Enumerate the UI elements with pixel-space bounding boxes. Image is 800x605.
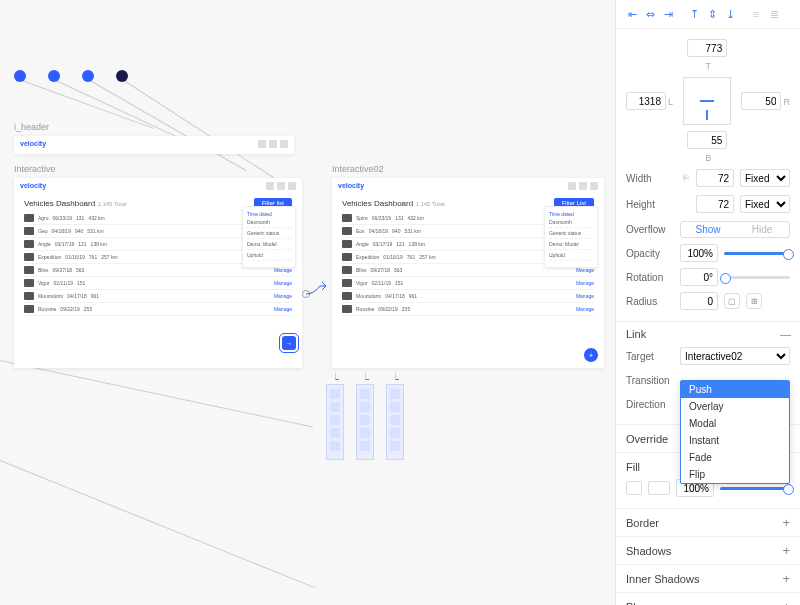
pos-bottom-input[interactable] <box>687 131 727 149</box>
radius-label: Radius <box>626 296 674 307</box>
align-top-icon[interactable]: ⤒ <box>686 6 702 22</box>
radius-individual-icon[interactable]: ⊞ <box>746 293 762 309</box>
inner-shadows-section-head[interactable]: Inner Shadows+ <box>626 571 790 586</box>
add-icon[interactable]: + <box>782 599 790 605</box>
transition-option-fade[interactable]: Fade <box>681 449 789 466</box>
align-bottom-icon[interactable]: ⤓ <box>722 6 738 22</box>
filter-panel: Time dated Dasmonth Generic status Demo:… <box>544 206 598 268</box>
connector-line <box>90 80 246 171</box>
align-toolbar: ⇤ ⇔ ⇥ ⤒ ⇕ ⤓ ≡ ≣ <box>616 0 800 29</box>
pos-left-input[interactable] <box>626 92 666 110</box>
rotation-slider[interactable] <box>724 276 790 279</box>
transition-label: Transition <box>626 375 674 386</box>
artboard-interactive02[interactable]: velocity Vehicles Dashboard 1,145 Total … <box>332 178 604 368</box>
artboard-label[interactable]: Interactive02 <box>332 164 384 174</box>
width-mode-select[interactable]: Fixed <box>740 169 790 187</box>
component-strip[interactable]: ⎿ <box>386 384 404 460</box>
radius-uniform-icon[interactable]: ▢ <box>724 293 740 309</box>
filter-panel: Time dated Dasmonth Generic status Demo:… <box>242 206 296 268</box>
overflow-toggle[interactable]: Show Hide <box>680 221 790 238</box>
link-section: Link— Target Interactive02 Transition Pu… <box>616 322 800 425</box>
artboard-header[interactable]: velocity <box>14 136 294 154</box>
transition-option-modal[interactable]: Modal <box>681 415 789 432</box>
add-icon[interactable]: + <box>782 515 790 530</box>
connector-line <box>0 460 315 588</box>
add-icon[interactable]: + <box>782 543 790 558</box>
header-icons <box>258 140 288 148</box>
align-center-h-icon[interactable]: ⇔ <box>642 6 658 22</box>
blur-section-head[interactable]: Blur+ <box>626 599 790 605</box>
fill-opacity-slider[interactable] <box>720 487 790 490</box>
distribute-v-icon[interactable]: ≣ <box>766 6 782 22</box>
overflow-label: Overflow <box>626 224 674 235</box>
target-select[interactable]: Interactive02 <box>680 347 790 365</box>
height-label: Height <box>626 199 674 210</box>
artboard-label[interactable]: Interactive <box>14 164 56 174</box>
rotation-label: Rotation <box>626 272 674 283</box>
collapse-icon[interactable]: — <box>780 328 790 340</box>
design-canvas[interactable]: i_header velocity Interactive velocity V… <box>0 0 615 605</box>
direction-label: Direction <box>626 399 674 410</box>
component-dot[interactable] <box>116 70 128 82</box>
position-section: T L R B Width ⎘ Fixed Height Fixed Overf… <box>616 29 800 322</box>
align-middle-icon[interactable]: ⇕ <box>704 6 720 22</box>
component-strip[interactable]: ⎿ <box>326 384 344 460</box>
rotation-input[interactable] <box>680 268 718 286</box>
opacity-slider[interactable] <box>724 252 790 255</box>
opacity-label: Opacity <box>626 248 674 259</box>
brand-logo: velocity <box>20 140 46 148</box>
width-label: Width <box>626 173 674 184</box>
lock-icon[interactable]: ⎘ <box>680 167 690 189</box>
width-input[interactable] <box>696 169 734 187</box>
fill-color-swatch[interactable] <box>648 481 670 495</box>
component-strip[interactable]: ⎿ <box>356 384 374 460</box>
shadows-section-head[interactable]: Shadows+ <box>626 543 790 558</box>
transition-option-overlay[interactable]: Overlay <box>681 398 789 415</box>
component-dot[interactable] <box>48 70 60 82</box>
transition-option-instant[interactable]: Instant <box>681 432 789 449</box>
add-icon[interactable]: + <box>782 571 790 586</box>
target-label: Target <box>626 351 674 362</box>
align-left-icon[interactable]: ⇤ <box>624 6 640 22</box>
border-section-head[interactable]: Border+ <box>626 515 790 530</box>
inspector-panel: ⇤ ⇔ ⇥ ⤒ ⇕ ⤓ ≡ ≣ T L R B Width ⎘ Fixed H <box>615 0 800 605</box>
transition-option-push[interactable]: Push <box>681 381 789 398</box>
align-right-icon[interactable]: ⇥ <box>660 6 676 22</box>
height-input[interactable] <box>696 195 734 213</box>
artboard-interactive[interactable]: velocity Vehicles Dashboard 1,145 Total … <box>14 178 302 368</box>
height-mode-select[interactable]: Fixed <box>740 195 790 213</box>
pos-right-input[interactable] <box>741 92 781 110</box>
transition-dropdown-menu[interactable]: Push Overlay Modal Instant Fade Flip <box>680 380 790 484</box>
opacity-input[interactable] <box>680 244 718 262</box>
artboard-label[interactable]: i_header <box>14 122 49 132</box>
pos-top-input[interactable] <box>687 39 727 57</box>
component-dot[interactable] <box>14 70 26 82</box>
transition-option-flip[interactable]: Flip <box>681 466 789 483</box>
component-dot[interactable] <box>82 70 94 82</box>
fill-swatch-checkbox[interactable] <box>626 481 642 495</box>
distribute-h-icon[interactable]: ≡ <box>748 6 764 22</box>
link-hotspot-selected[interactable]: → <box>282 336 296 350</box>
fab-button: + <box>584 348 598 362</box>
radius-input[interactable] <box>680 292 718 310</box>
constraint-control[interactable] <box>683 77 731 125</box>
connector-line <box>0 360 313 428</box>
connector-arrow <box>296 278 336 298</box>
connector-line <box>124 80 292 190</box>
